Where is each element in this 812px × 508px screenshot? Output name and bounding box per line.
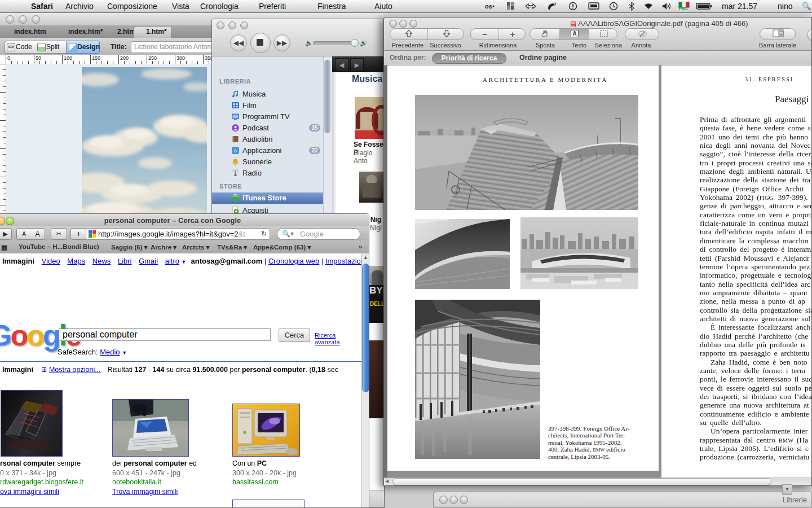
svg-text:A: A (572, 30, 576, 37)
svg-text:A: A (233, 148, 237, 154)
svg-text:os: os (485, 3, 492, 10)
